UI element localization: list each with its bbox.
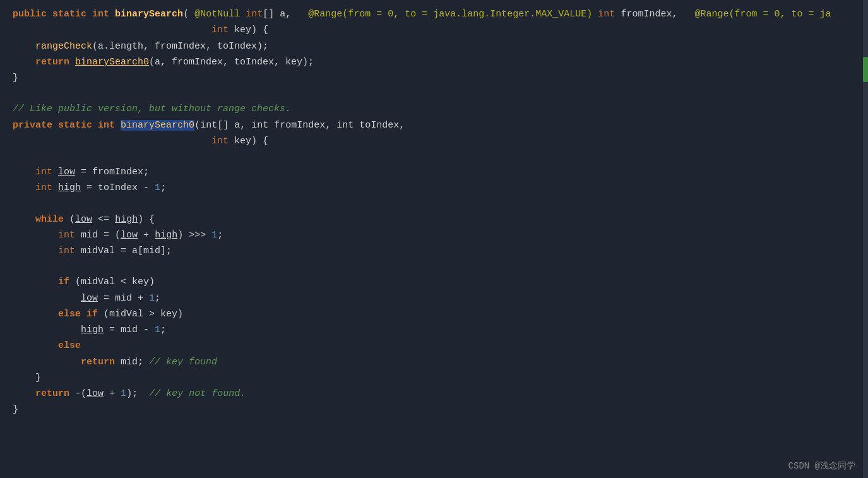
code-line-8: private static int binarySearch0(int[] a…: [0, 117, 868, 133]
code-line-21: high = mid - 1;: [0, 322, 868, 338]
code-line-20: else if (midVal > key): [0, 306, 868, 322]
code-line-4: return binarySearch0(a, fromIndex, toInd…: [0, 54, 868, 70]
code-line-14: while (low <= high) {: [0, 212, 868, 227]
code-line-15: int mid = (low + high) >>> 1;: [0, 227, 868, 243]
watermark: CSDN @浅念同学: [788, 460, 855, 472]
scrollbar-thumb[interactable]: [863, 57, 868, 82]
code-line-10: [0, 149, 868, 164]
code-line-5: }: [0, 70, 868, 86]
code-line-9: int key) {: [0, 133, 868, 149]
code-line-6: [0, 86, 868, 101]
code-editor: public static int binarySearch( @NotNull…: [0, 0, 868, 478]
code-line-1: public static int binarySearch( @NotNull…: [0, 6, 868, 22]
code-line-19: low = mid + 1;: [0, 290, 868, 306]
code-line-12: int high = toIndex - 1;: [0, 180, 868, 196]
scrollbar[interactable]: [863, 0, 868, 478]
code-line-24: }: [0, 370, 868, 386]
code-line-16: int midVal = a[mid];: [0, 243, 868, 259]
code-line-11: int low = fromIndex;: [0, 164, 868, 180]
code-line-26: }: [0, 402, 868, 417]
code-line-22: else: [0, 338, 868, 354]
code-line-2: int key) {: [0, 22, 868, 38]
code-line-13: [0, 196, 868, 212]
code-line-17: [0, 259, 868, 274]
code-line-18: if (midVal < key): [0, 274, 868, 290]
code-line-7: // Like public version, but without rang…: [0, 101, 868, 117]
code-line-3: rangeCheck(a.length, fromIndex, toIndex)…: [0, 39, 868, 54]
code-line-25: return -(low + 1); // key not found.: [0, 386, 868, 402]
code-line-23: return mid; // key found: [0, 354, 868, 370]
